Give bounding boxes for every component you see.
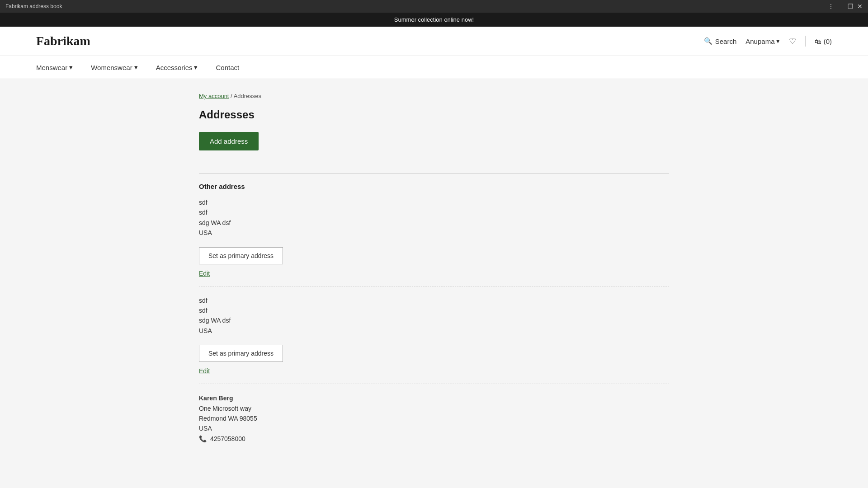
address-1-line-2: sdf	[199, 207, 669, 217]
set-primary-button-1[interactable]: Set as primary address	[199, 247, 283, 264]
browser-close-icon[interactable]: ✕	[857, 3, 863, 10]
address-divider-1	[199, 286, 669, 286]
nav-item-menswear[interactable]: Menswear ▾	[36, 56, 82, 79]
address-divider-2	[199, 384, 669, 384]
cart-button[interactable]: 🛍 (0)	[815, 38, 832, 45]
header-divider	[805, 36, 806, 47]
site-logo[interactable]: Fabrikam	[36, 34, 90, 48]
nav-label-womenswear: Womenswear	[91, 64, 132, 71]
top-divider	[199, 173, 669, 174]
cart-count: (0)	[824, 38, 832, 45]
address-block-3: Karen Berg One Microsoft way Redmond WA …	[199, 393, 669, 444]
search-label: Search	[715, 38, 737, 45]
heart-icon: ♡	[789, 37, 796, 46]
browser-chrome: Fabrikam address book ⋮ — ❐ ✕	[0, 0, 868, 13]
set-primary-button-2[interactable]: Set as primary address	[199, 345, 283, 362]
chevron-down-icon: ▾	[134, 63, 138, 71]
breadcrumb: My account / Addresses	[199, 93, 669, 99]
announcement-text: Summer collection online now!	[394, 16, 474, 23]
nav-item-contact[interactable]: Contact	[207, 56, 248, 79]
edit-link-2[interactable]: Edit	[199, 367, 669, 375]
address-1-line-4: USA	[199, 228, 669, 238]
browser-controls[interactable]: ⋮ — ❐ ✕	[828, 3, 863, 10]
user-name: Anupama	[745, 38, 774, 45]
address-3-name: Karen Berg	[199, 393, 669, 403]
main-content: My account / Addresses Addresses Add add…	[163, 79, 705, 474]
cart-icon: 🛍	[815, 38, 821, 45]
chevron-down-icon: ▾	[194, 63, 198, 71]
address-3-phone-number: 4257058000	[210, 435, 245, 442]
address-3-phone: 📞 4257058000	[199, 434, 669, 444]
site-header: Fabrikam 🔍 Search Anupama ▾ ♡ 🛍 (0)	[0, 27, 868, 56]
chevron-down-icon: ▾	[776, 37, 780, 45]
nav-item-womenswear[interactable]: Womenswear ▾	[82, 56, 146, 79]
phone-icon: 📞	[199, 435, 207, 442]
announcement-bar: Summer collection online now!	[0, 13, 868, 27]
page-title: Addresses	[199, 108, 669, 121]
browser-menu-icon[interactable]: ⋮	[828, 3, 834, 10]
search-icon: 🔍	[704, 37, 712, 45]
user-menu[interactable]: Anupama ▾	[745, 37, 780, 45]
breadcrumb-my-account[interactable]: My account	[199, 93, 229, 99]
browser-title: Fabrikam address book	[5, 3, 62, 9]
address-2-line-2: sdf	[199, 305, 669, 315]
nav-label-contact: Contact	[216, 64, 239, 71]
nav-item-accessories[interactable]: Accessories ▾	[147, 56, 207, 79]
address-2-line-3: sdg WA dsf	[199, 315, 669, 325]
address-1-line-3: sdg WA dsf	[199, 218, 669, 228]
browser-restore-icon[interactable]: ❐	[848, 3, 854, 10]
address-3-line-2: Redmond WA 98055	[199, 413, 669, 423]
nav-label-accessories: Accessories	[156, 64, 193, 71]
edit-link-1[interactable]: Edit	[199, 270, 669, 277]
address-3-line-3: USA	[199, 423, 669, 433]
address-2-line-4: USA	[199, 326, 669, 336]
nav-label-menswear: Menswear	[36, 64, 67, 71]
address-block-1: sdf sdf sdg WA dsf USA	[199, 197, 669, 238]
header-right: 🔍 Search Anupama ▾ ♡ 🛍 (0)	[704, 36, 832, 47]
browser-minimize-icon[interactable]: —	[838, 3, 844, 10]
other-address-heading: Other address	[199, 183, 669, 190]
search-button[interactable]: 🔍 Search	[704, 37, 737, 45]
address-3-line-1: One Microsoft way	[199, 404, 669, 413]
address-2-line-1: sdf	[199, 296, 669, 305]
breadcrumb-current: Addresses	[234, 93, 261, 99]
wishlist-button[interactable]: ♡	[789, 36, 796, 46]
chevron-down-icon: ▾	[69, 63, 73, 71]
main-nav: Menswear ▾ Womenswear ▾ Accessories ▾ Co…	[0, 56, 868, 79]
add-address-button[interactable]: Add address	[199, 132, 259, 150]
address-block-2: sdf sdf sdg WA dsf USA	[199, 296, 669, 336]
address-1-line-1: sdf	[199, 197, 669, 207]
